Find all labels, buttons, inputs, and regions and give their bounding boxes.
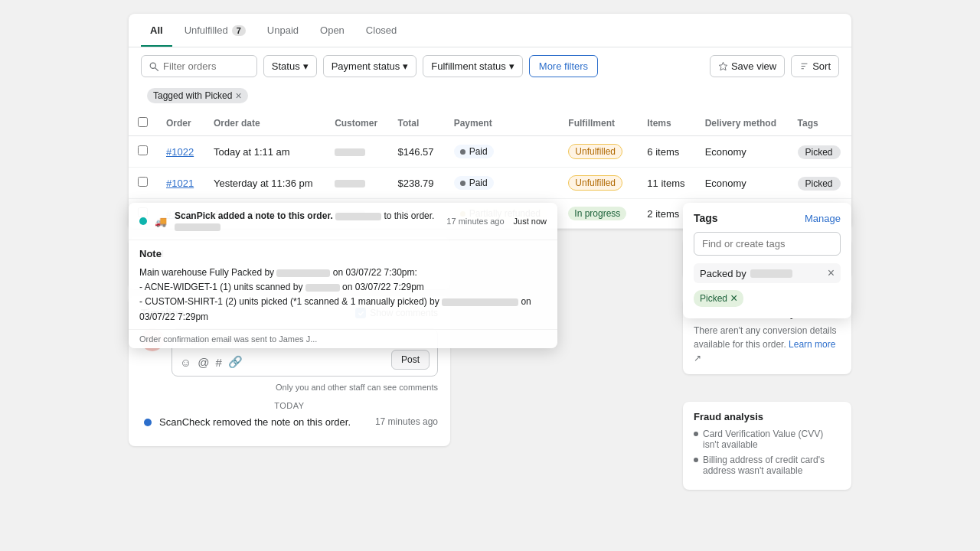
order-date: Today at 1:11 am bbox=[204, 136, 325, 168]
sort-btn[interactable]: Sort bbox=[791, 55, 839, 77]
status-filter-btn[interactable]: Status ▾ bbox=[263, 55, 317, 77]
picked-tag-chip: Tagged with Picked × bbox=[147, 88, 248, 103]
picked-tag-row: Picked × bbox=[694, 288, 841, 309]
timeline-dot bbox=[144, 419, 152, 426]
order-tag: Picked bbox=[798, 145, 841, 159]
note-overlay-card: 🚚 ScanPick added a note to this order. t… bbox=[129, 203, 557, 348]
payment-status-filter-btn[interactable]: Payment status ▾ bbox=[323, 55, 417, 77]
col-payment: Payment bbox=[445, 111, 560, 136]
customer-name bbox=[325, 168, 388, 199]
active-tag-filter: Tagged with Picked × bbox=[141, 85, 851, 111]
save-view-btn[interactable]: Save view bbox=[710, 55, 785, 77]
remove-picked-tag-btn[interactable]: × bbox=[730, 292, 737, 305]
row-checkbox[interactable] bbox=[138, 177, 148, 187]
tab-open[interactable]: Open bbox=[311, 14, 354, 47]
hashtag-icon[interactable]: # bbox=[216, 356, 222, 369]
tags-search-input[interactable] bbox=[694, 232, 841, 256]
comment-icons: ☺ @ # 🔗 bbox=[180, 355, 243, 369]
col-order-date: Order date bbox=[204, 111, 325, 136]
event-text: ScanCheck removed the note on this order… bbox=[159, 416, 368, 428]
filters-row: Status ▾ Payment status ▾ Fulfillment st… bbox=[129, 47, 851, 85]
svg-point-0 bbox=[150, 63, 155, 68]
order-total: $238.79 bbox=[389, 168, 445, 199]
search-icon bbox=[149, 61, 158, 72]
staff-only-note: Only you and other staff can see comment… bbox=[141, 383, 438, 392]
payment-badge: Paid bbox=[454, 145, 494, 158]
scanpick-icon: 🚚 bbox=[153, 214, 168, 229]
manage-tags-link[interactable]: Manage bbox=[805, 213, 841, 224]
table-row[interactable]: #1022 Today at 1:11 am $146.57 Paid Unfu… bbox=[129, 136, 851, 168]
mention-icon[interactable]: @ bbox=[198, 356, 209, 369]
items-count: 6 items bbox=[638, 136, 695, 168]
chevron-down-icon: ▾ bbox=[403, 60, 408, 72]
fulfillment-badge: In progress bbox=[568, 207, 626, 220]
overlay-event-time: 17 minutes ago bbox=[446, 217, 504, 226]
delivery-method: Economy bbox=[696, 136, 789, 168]
items-count: 11 items bbox=[638, 168, 695, 199]
note-section: Note Main warehouse Fully Packed by on 0… bbox=[129, 240, 557, 329]
overlay-event-row: 🚚 ScanPick added a note to this order. t… bbox=[129, 203, 557, 240]
conversion-text: There aren't any conversion details avai… bbox=[694, 324, 841, 365]
remove-tag-filter-btn[interactable]: × bbox=[235, 90, 241, 101]
search-input[interactable] bbox=[163, 60, 249, 72]
fulfillment-status-filter-btn[interactable]: Fulfillment status ▾ bbox=[423, 55, 523, 77]
fraud-item-2: Billing address of credit card's address… bbox=[694, 455, 841, 476]
tab-unpaid[interactable]: Unpaid bbox=[258, 14, 308, 47]
fulfillment-badge: Unfulfilled bbox=[568, 144, 622, 159]
remove-packed-by-tag-btn[interactable]: × bbox=[828, 267, 835, 279]
attachment-icon[interactable]: 🔗 bbox=[228, 355, 243, 369]
orders-panel: All Unfulfilled 7 Unpaid Open Closed bbox=[129, 14, 851, 229]
picked-tag-chip-green: Picked × bbox=[694, 290, 743, 307]
teal-dot bbox=[139, 217, 147, 225]
fraud-item-1: Card Verification Value (CVV) isn't avai… bbox=[694, 429, 841, 450]
col-items: Items bbox=[638, 111, 695, 136]
order-tag: Picked bbox=[798, 177, 841, 191]
fulfillment-badge: Unfulfilled bbox=[568, 175, 622, 191]
fraud-title: Fraud analysis bbox=[694, 411, 841, 422]
col-delivery: Delivery method bbox=[696, 111, 789, 136]
fraud-card: Fraud analysis Card Verification Value (… bbox=[683, 402, 851, 490]
col-fulfillment: Fulfillment bbox=[559, 111, 638, 136]
learn-more-link[interactable]: Learn more bbox=[789, 339, 835, 350]
row-checkbox[interactable] bbox=[138, 145, 148, 155]
tab-unfulfilled[interactable]: Unfulfilled 7 bbox=[175, 14, 255, 47]
post-btn[interactable]: Post bbox=[391, 350, 430, 370]
note-label: Note bbox=[139, 248, 547, 259]
event-time: 17 minutes ago bbox=[375, 416, 438, 427]
note-content: Main warehouse Fully Packed by on 03/07/… bbox=[139, 266, 547, 324]
order-date: Yesterday at 11:36 pm bbox=[204, 168, 325, 199]
chevron-down-icon: ▾ bbox=[303, 60, 309, 72]
tab-closed[interactable]: Closed bbox=[357, 14, 406, 47]
tags-title: Tags bbox=[694, 212, 718, 224]
star-icon bbox=[718, 61, 728, 71]
timeline-event-1: ScanCheck removed the note on this order… bbox=[141, 416, 438, 428]
delivery-method: Economy bbox=[696, 168, 789, 199]
payment-badge: Paid bbox=[454, 176, 494, 190]
today-divider: TODAY bbox=[141, 401, 438, 410]
select-all-checkbox[interactable] bbox=[138, 117, 148, 127]
order-confirm-text: Order confirmation email was sent to Jam… bbox=[129, 329, 557, 348]
tags-panel: Tags Manage Packed by × Picked × bbox=[683, 203, 851, 318]
col-order: Order bbox=[157, 111, 204, 136]
overlay-just-now: Just now bbox=[514, 217, 547, 226]
col-customer: Customer bbox=[325, 111, 388, 136]
svg-marker-2 bbox=[719, 62, 727, 70]
overlay-event-text: ScanPick added a note to this order. to … bbox=[175, 210, 440, 232]
col-total: Total bbox=[389, 111, 445, 136]
order-number[interactable]: #1021 bbox=[166, 178, 194, 189]
more-filters-btn[interactable]: More filters bbox=[529, 55, 598, 77]
chevron-down-icon: ▾ bbox=[509, 60, 514, 72]
tags-header: Tags Manage bbox=[694, 212, 841, 224]
tab-all[interactable]: All bbox=[141, 14, 172, 47]
packed-by-tag-row: Packed by × bbox=[694, 263, 841, 283]
order-total: $146.57 bbox=[389, 136, 445, 168]
sort-icon bbox=[799, 61, 809, 71]
order-number[interactable]: #1022 bbox=[166, 146, 194, 158]
search-box[interactable] bbox=[141, 55, 257, 77]
col-tags: Tags bbox=[789, 111, 851, 136]
customer-name bbox=[325, 136, 388, 168]
table-row[interactable]: #1021 Yesterday at 11:36 pm $238.79 Paid… bbox=[129, 168, 851, 199]
svg-line-1 bbox=[155, 67, 158, 70]
emoji-icon[interactable]: ☺ bbox=[180, 356, 191, 369]
tabs-bar: All Unfulfilled 7 Unpaid Open Closed bbox=[129, 14, 851, 47]
